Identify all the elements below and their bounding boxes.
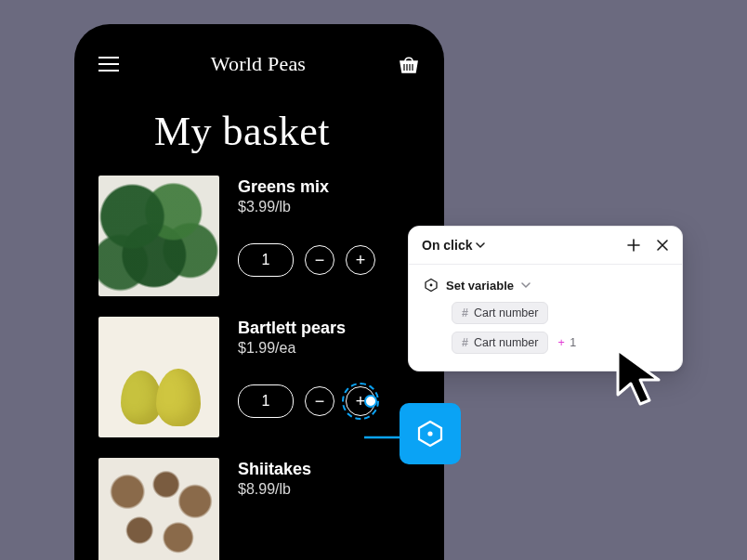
expression-value: 1: [570, 336, 576, 349]
variable-hexagon-icon: [424, 278, 439, 293]
chevron-down-icon: [521, 280, 531, 290]
quantity-controls: 1 − +: [238, 384, 375, 418]
basket-icon[interactable]: [398, 54, 420, 74]
quantity-value[interactable]: 1: [238, 384, 294, 418]
selection-handle-icon[interactable]: [364, 395, 377, 408]
item-thumbnail[interactable]: [98, 458, 219, 560]
quantity-controls: 1 − +: [238, 243, 375, 277]
variable-hexagon-icon: [416, 420, 444, 448]
interaction-panel-header: On click: [409, 227, 682, 265]
expression-variable-chip[interactable]: # Cart number: [452, 332, 548, 354]
add-action-button[interactable]: [626, 238, 641, 253]
interaction-node[interactable]: [400, 403, 461, 464]
number-type-icon: #: [462, 336, 468, 349]
decrement-button[interactable]: −: [305, 386, 334, 416]
item-name: Greens mix: [238, 177, 375, 197]
phone-frame: World Peas My basket Greens mix $3.99/lb…: [74, 24, 444, 560]
item-thumbnail[interactable]: [98, 176, 219, 296]
svg-point-3: [430, 284, 433, 287]
item-info: Greens mix $3.99/lb 1 − +: [238, 176, 375, 296]
increment-button[interactable]: +: [346, 245, 375, 275]
basket-item: Shiitakes $8.99/lb: [98, 458, 420, 560]
expression-tail[interactable]: + 1: [556, 336, 576, 349]
chevron-down-icon: [476, 241, 485, 250]
item-name: Shiitakes: [238, 460, 311, 479]
action-label: Set variable: [446, 279, 514, 293]
variable-name: Cart number: [474, 306, 538, 319]
decrement-button[interactable]: −: [305, 245, 334, 275]
item-price: $3.99/lb: [238, 199, 375, 215]
menu-icon[interactable]: [98, 57, 119, 72]
target-variable-chip[interactable]: # Cart number: [452, 302, 548, 324]
item-price: $8.99/lb: [238, 481, 311, 498]
basket-item: Bartlett pears $1.99/ea 1 − +: [98, 317, 420, 437]
basket-item: Greens mix $3.99/lb 1 − +: [98, 176, 420, 296]
variable-name: Cart number: [474, 336, 538, 349]
item-info: Bartlett pears $1.99/ea 1 − +: [238, 317, 375, 437]
svg-point-1: [427, 431, 432, 436]
increment-button[interactable]: +: [346, 386, 375, 416]
close-button[interactable]: [656, 238, 669, 253]
action-type-dropdown[interactable]: Set variable: [424, 278, 667, 293]
trigger-label: On click: [422, 238, 472, 253]
quantity-value[interactable]: 1: [238, 243, 294, 277]
item-price: $1.99/ea: [238, 340, 375, 357]
page-title: My basket: [154, 108, 420, 155]
item-info: Shiitakes $8.99/lb: [238, 458, 311, 560]
item-thumbnail[interactable]: [98, 317, 219, 437]
phone-header: World Peas: [98, 48, 420, 80]
expression-operator: +: [557, 336, 564, 349]
item-name: Bartlett pears: [238, 319, 375, 338]
trigger-dropdown[interactable]: On click: [422, 238, 485, 253]
number-type-icon: #: [462, 306, 468, 319]
cursor-icon: [612, 346, 666, 417]
brand-title: World Peas: [211, 52, 306, 76]
